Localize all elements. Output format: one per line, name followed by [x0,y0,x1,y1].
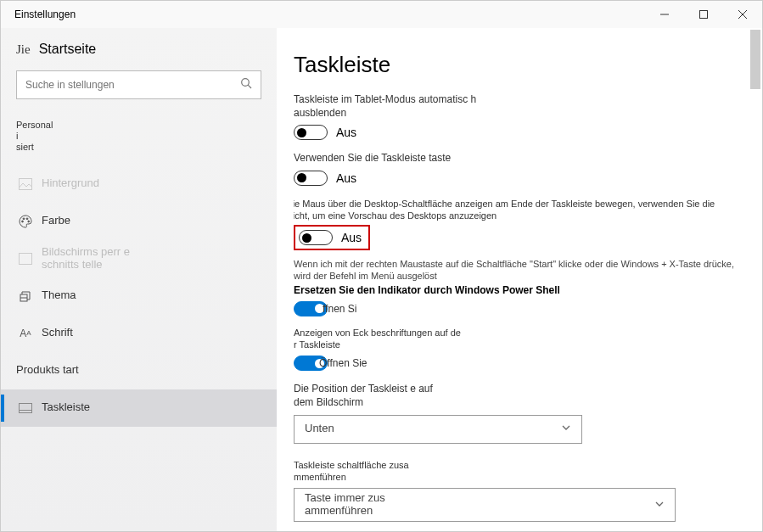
sidebar-item-label: Thema [42,289,76,302]
toggle-state: Aus [336,126,356,139]
chevron-down-icon [654,499,665,512]
toggle-switch[interactable] [294,171,328,186]
picture-icon [16,178,35,190]
taskbar-icon [16,403,35,413]
close-button[interactable] [723,1,762,28]
sidebar-item-label: Taskleiste [42,401,90,414]
setting-combine-label: Taskleiste schaltfläche zusa mmenführen [294,459,438,484]
sidebar-item-label: Produkts tart [16,364,79,377]
setting-peek-desc: Wenn Sie die Maus über die Desktop-Schal… [294,198,745,222]
setting-badges-label: Anzeigen von Eck beschriftungen auf de r… [294,327,463,351]
sidebar: Jie Startseite Personal i siert Hintergr… [1,28,277,531]
maximize-button[interactable] [684,1,723,28]
home-label: Startseite [39,42,97,57]
home-icon: Jie [16,42,31,57]
sidebar-home[interactable]: Jie Startseite [1,42,277,57]
svg-rect-6 [20,178,32,189]
toggle-state: Öffnen Sie [319,357,367,369]
svg-point-8 [23,217,25,219]
minimize-button[interactable] [645,1,684,28]
main-container: Jie Startseite Personal i siert Hintergr… [1,28,762,531]
sidebar-item-font[interactable]: AA Schrift [1,315,277,352]
toggle-usetaskbarbtn[interactable]: Aus [294,171,745,186]
svg-point-4 [242,79,250,87]
svg-rect-14 [20,403,32,412]
setting-powershell-label: Ersetzen Sie den Indikator durch Windows… [294,284,745,296]
svg-point-7 [22,221,24,222]
select-combine[interactable]: Taste immer zus ammenführen [294,488,676,522]
svg-point-9 [26,217,28,219]
chevron-down-icon [561,423,571,435]
toggle-peek[interactable] [299,230,333,245]
highlighted-toggle: Aus [294,225,370,250]
window-title: Einstellungen [14,8,76,20]
setting-usetaskbarbtn-label: Verwenden Sie die Taskleiste taste [294,152,633,165]
sidebar-nav: Hintergrund Farbe Bildschirms perr e sch… [1,165,277,427]
toggle-powershell[interactable]: ffnen Si [294,301,745,316]
theme-icon [16,289,35,303]
toggle-tabletmode[interactable]: Aus [294,125,745,140]
search-input-wrap[interactable] [16,70,261,99]
select-value: Unten [305,423,334,435]
lockscreen-icon [16,253,35,265]
setting-rightclick-desc: Wenn ich mit der rechten Maustaste auf d… [294,259,745,283]
search-input[interactable] [25,79,240,91]
sidebar-item-lockscreen[interactable]: Bildschirms perr e schnitts telle [1,240,277,277]
sidebar-item-color[interactable]: Farbe [1,203,277,240]
svg-point-10 [28,221,30,222]
sidebar-item-start[interactable]: Produkts tart [1,352,277,389]
toggle-state: Aus [341,231,362,244]
titlebar: Einstellungen [1,1,762,28]
setting-tabletmode-label: Taskleiste im Tablet-Modus automatisc h … [294,93,506,120]
sidebar-item-label: Schrift [42,327,73,339]
sidebar-item-background[interactable]: Hintergrund [1,165,277,203]
svg-rect-1 [700,11,708,19]
toggle-badges[interactable]: Öffnen Sie [294,356,745,371]
page-title: Taskleiste [294,52,745,78]
sidebar-section-label: Personal i siert [1,120,48,154]
toggle-state: ffnen Si [323,303,356,315]
sidebar-item-theme[interactable]: Thema [1,277,277,315]
palette-icon [16,215,35,228]
content-pane: Taskleiste Taskleiste im Tablet-Modus au… [277,28,762,531]
toggle-switch[interactable] [294,125,328,140]
search-icon [240,77,252,92]
toggle-state: Aus [336,171,356,185]
svg-line-5 [248,85,251,88]
scrollbar-thumb[interactable] [750,30,760,89]
sidebar-item-taskbar[interactable]: Taskleiste [1,389,277,427]
sidebar-item-label: Hintergrund [42,177,99,190]
sidebar-item-label: Farbe [42,215,70,227]
setting-position-label: Die Position der Taskleist e auf dem Bil… [294,383,438,409]
sidebar-item-label: Bildschirms perr e schnitts telle [42,246,135,272]
select-position[interactable]: Unten [294,415,582,444]
font-icon: AA [16,328,35,339]
select-value: Taste immer zus ammenführen [305,492,424,518]
svg-rect-11 [20,253,32,264]
